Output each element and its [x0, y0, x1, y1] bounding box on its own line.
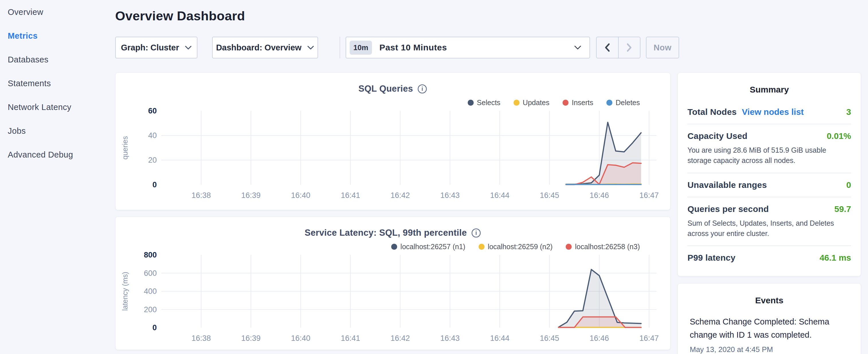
event-timestamp: May 13, 2020 at 4:45 PM: [690, 345, 849, 354]
summary-row-value: 59.7: [834, 204, 851, 214]
sidebar-item-overview[interactable]: Overview: [8, 7, 115, 17]
legend-label: localhost:26257 (n1): [400, 243, 465, 251]
legend-dot: [607, 100, 612, 106]
y-axis-label: queries: [121, 136, 129, 160]
y-axis-tick-label: 0: [152, 323, 157, 332]
sidebar-item-jobs[interactable]: Jobs: [8, 126, 115, 136]
graph-dropdown[interactable]: Graph: Cluster: [115, 37, 197, 58]
y-axis-tick-label: 0: [152, 181, 157, 189]
x-axis-tick-label: 16:45: [540, 334, 559, 343]
right-sidebar: Summary Total Nodes View nodes list 3 Ca…: [677, 72, 861, 354]
x-axis-tick-label: 16:39: [241, 334, 261, 343]
chevron-right-icon: [626, 43, 632, 52]
legend-item[interactable]: localhost:26257 (n1): [391, 243, 465, 251]
chevron-down-icon: [307, 45, 314, 50]
svg-text:i: i: [422, 86, 423, 92]
chart-legend: localhost:26257 (n1)localhost:26259 (n2)…: [116, 243, 640, 251]
sidebar-item-statements[interactable]: Statements: [8, 79, 115, 88]
y-axis-tick-label: 60: [148, 107, 157, 115]
x-axis-tick-label: 16:47: [639, 191, 659, 200]
x-axis-tick-label: 16:46: [589, 191, 609, 200]
legend-label: Inserts: [572, 99, 593, 107]
event-item[interactable]: Schema Change Completed: Schema change w…: [690, 315, 849, 354]
chart-title: SQL Queries: [359, 84, 413, 94]
legend-item[interactable]: Inserts: [562, 99, 593, 107]
sidebar-item-advanced-debug[interactable]: Advanced Debug: [8, 150, 115, 160]
service-latency-chart[interactable]: 16:3816:3916:4016:4116:4216:4316:4416:45…: [116, 251, 670, 351]
dashboard-dropdown-label: Dashboard: Overview: [216, 43, 302, 53]
x-axis-tick-label: 16:43: [440, 191, 460, 200]
summary-row-label: Unavailable ranges: [687, 180, 767, 190]
legend-label: localhost:26258 (n3): [575, 243, 640, 251]
x-axis-tick-label: 16:45: [540, 191, 559, 200]
time-range-badge: 10m: [350, 41, 372, 55]
sidebar: Overview Metrics Databases Statements Ne…: [0, 0, 115, 174]
sql-queries-chart[interactable]: 16:3816:3916:4016:4116:4216:4316:4416:45…: [116, 107, 670, 207]
chart-title: Service Latency: SQL, 99th percentile: [305, 228, 467, 238]
time-back-button[interactable]: [597, 37, 619, 58]
legend-item[interactable]: Selects: [468, 99, 500, 107]
legend-dot: [514, 100, 520, 106]
chart-title-row: SQL Queries i: [116, 84, 670, 94]
summary-row-label: Total Nodes: [687, 107, 737, 117]
x-axis-tick-label: 16:39: [241, 191, 261, 200]
summary-row-value: 0.01%: [827, 131, 851, 141]
summary-row-p99-latency: P99 latency 46.1 ms: [687, 246, 851, 269]
legend-dot: [391, 244, 397, 250]
y-axis-tick-label: 200: [144, 305, 157, 314]
legend-item[interactable]: localhost:26259 (n2): [478, 243, 553, 251]
summary-row-subtext: You are using 28.6 MiB of 515.9 GiB usab…: [687, 145, 851, 166]
legend-dot: [562, 100, 568, 106]
summary-row-subtext: Sum of Selects, Updates, Inserts, and De…: [687, 218, 851, 239]
sidebar-item-network-latency[interactable]: Network Latency: [8, 102, 115, 112]
y-axis-tick-label: 40: [148, 131, 157, 140]
summary-row-label: Queries per second: [687, 204, 769, 214]
legend-label: Updates: [523, 99, 549, 107]
legend-item[interactable]: localhost:26258 (n3): [566, 243, 640, 251]
legend-label: Deletes: [616, 99, 640, 107]
x-axis-tick-label: 16:44: [490, 191, 509, 200]
x-axis-tick-label: 16:40: [291, 191, 310, 200]
x-axis-tick-label: 16:38: [191, 334, 211, 343]
legend-item[interactable]: Updates: [514, 99, 549, 107]
chart-legend: SelectsUpdatesInsertsDeletes: [116, 99, 640, 107]
chart-svg: 16:3816:3916:4016:4116:4216:4316:4416:45…: [116, 107, 671, 207]
legend-item[interactable]: Deletes: [607, 99, 640, 107]
now-button[interactable]: Now: [646, 37, 679, 58]
summary-row-queries-per-second: Queries per second 59.7 Sum of Selects, …: [687, 197, 851, 246]
x-axis-tick-label: 16:38: [191, 191, 211, 200]
view-nodes-link[interactable]: View nodes list: [742, 107, 804, 117]
time-range-label: Past 10 Minutes: [379, 43, 566, 53]
summary-title: Summary: [687, 73, 851, 100]
sidebar-item-databases[interactable]: Databases: [8, 55, 115, 64]
x-axis-tick-label: 16:42: [391, 191, 410, 200]
x-axis-tick-label: 16:46: [589, 334, 609, 343]
summary-row-value: 3: [846, 107, 851, 117]
y-axis-tick-label: 20: [148, 156, 157, 164]
sql-queries-panel: SQL Queries i SelectsUpdatesInsertsDelet…: [115, 72, 671, 210]
y-axis-label: latency (ms): [121, 272, 129, 311]
x-axis-tick-label: 16:41: [341, 191, 360, 200]
event-text: Schema Change Completed: Schema change w…: [690, 315, 849, 342]
info-icon[interactable]: i: [471, 228, 481, 238]
x-axis-tick-label: 16:40: [291, 334, 310, 343]
summary-panel: Summary Total Nodes View nodes list 3 Ca…: [677, 72, 861, 277]
x-axis-tick-label: 16:42: [391, 334, 410, 343]
chart-title-row: Service Latency: SQL, 99th percentile i: [116, 228, 670, 238]
sidebar-item-metrics[interactable]: Metrics: [8, 31, 115, 41]
x-axis-tick-label: 16:47: [639, 334, 659, 343]
summary-row-value: 0: [846, 180, 851, 190]
dashboard-dropdown[interactable]: Dashboard: Overview: [212, 37, 318, 58]
service-latency-panel: Service Latency: SQL, 99th percentile i …: [115, 217, 671, 350]
chart-svg: 16:3816:3916:4016:4116:4216:4316:4416:45…: [116, 251, 671, 351]
page-title: Overview Dashboard: [115, 9, 671, 24]
info-icon[interactable]: i: [417, 84, 427, 94]
x-axis-tick-label: 16:41: [341, 334, 360, 343]
summary-row-unavailable-ranges: Unavailable ranges 0: [687, 173, 851, 197]
chevron-down-icon: [574, 45, 582, 50]
summary-row-value: 46.1 ms: [819, 253, 851, 263]
chevron-down-icon: [185, 45, 192, 50]
time-forward-button[interactable]: [619, 37, 640, 58]
time-range-dropdown[interactable]: 10m Past 10 Minutes: [346, 37, 590, 58]
svg-text:i: i: [475, 230, 477, 236]
